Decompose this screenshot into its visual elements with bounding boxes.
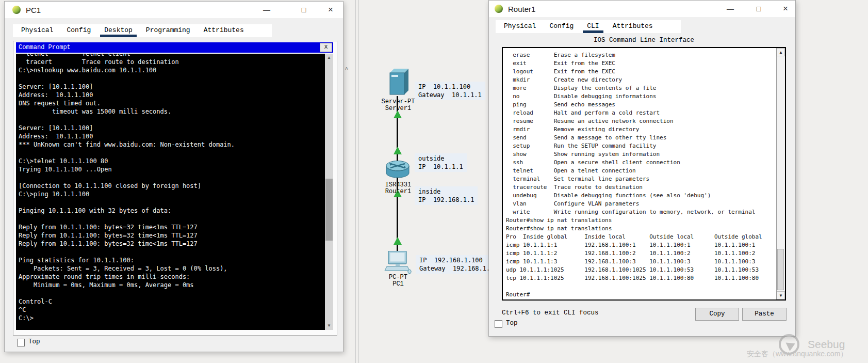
- pc-model-label: PC-PT: [370, 274, 427, 281]
- scrollbar-thumb[interactable]: [325, 179, 333, 241]
- server-device-icon[interactable]: [387, 68, 410, 100]
- pc1-terminal-text: telnet Telnet client tracert Trace route…: [16, 54, 325, 322]
- watermark-brand: Seebug: [808, 338, 845, 351]
- tab-physical[interactable]: Physical: [18, 24, 56, 37]
- tab-physical[interactable]: Physical: [501, 20, 539, 33]
- server-name-label: Server1: [370, 105, 427, 112]
- watermark-site: 安全客（www.anquanke.com）: [747, 350, 847, 359]
- minimize-icon[interactable]: —: [260, 4, 273, 15]
- router1-top-checkbox[interactable]: [495, 320, 502, 328]
- pc-device-icon[interactable]: [384, 251, 412, 276]
- router1-tab-bar: Physical Config CLI Attributes: [496, 20, 681, 33]
- minimize-icon[interactable]: —: [724, 3, 737, 14]
- paste-button[interactable]: Paste: [742, 308, 787, 321]
- canvas-divider: [358, 0, 359, 363]
- pc1-window-title: PC1: [26, 6, 41, 14]
- link-status-up-arrow-icon: [394, 237, 402, 245]
- tab-attributes[interactable]: Attributes: [201, 24, 247, 37]
- scroll-down-icon[interactable]: ▼: [325, 322, 333, 330]
- pc1-top-checkbox-label: Top: [28, 338, 40, 345]
- packet-tracer-icon: [12, 6, 21, 14]
- pc-name-label: PC1: [370, 280, 427, 288]
- router-device-icon[interactable]: [385, 159, 410, 182]
- ios-cli-heading: IOS Command Line Interface: [502, 37, 786, 44]
- close-icon[interactable]: ×: [324, 4, 337, 15]
- router1-cli-text: erase Erase a filesystem exit Exit from …: [503, 51, 777, 299]
- tab-config[interactable]: Config: [63, 24, 94, 37]
- canvas-divider: [355, 0, 356, 363]
- tab-config[interactable]: Config: [546, 20, 577, 33]
- router1-window-title: Router1: [508, 5, 535, 13]
- watermark: Seebug 安全客（www.anquanke.com）: [747, 333, 868, 363]
- copy-button[interactable]: Copy: [695, 308, 739, 321]
- pc1-titlebar[interactable]: PC1 — □ ×: [5, 2, 343, 18]
- scroll-up-icon[interactable]: ▲: [325, 54, 333, 62]
- maximize-icon[interactable]: □: [752, 3, 765, 14]
- command-prompt-title: Command Prompt: [16, 44, 320, 51]
- pc1-tab-bar: Physical Config Desktop Programming Attr…: [13, 24, 272, 37]
- pc1-terminal-scrollbar[interactable]: ▲ ▼: [325, 54, 333, 330]
- router-outside-annotation[interactable]: outside IP 10.1.1.1: [415, 153, 467, 172]
- router1-top-checkbox-label: Top: [506, 320, 518, 327]
- canvas-scroll-up-icon[interactable]: ^: [345, 66, 349, 74]
- scroll-up-icon[interactable]: ▲: [777, 48, 785, 56]
- tab-attributes[interactable]: Attributes: [610, 20, 656, 33]
- command-prompt-header: Command Prompt X: [16, 42, 333, 53]
- pc-annotation[interactable]: IP 192.168.1.100 Gateway 192.168.1.1: [416, 255, 498, 274]
- tab-programming[interactable]: Programming: [143, 24, 193, 37]
- command-prompt-close-button[interactable]: X: [320, 43, 332, 52]
- router-inside-annotation[interactable]: inside IP 192.168.1.1: [415, 186, 478, 205]
- server-annotation[interactable]: IP 10.1.1.100 Gateway 10.1.1.1: [415, 82, 485, 100]
- maximize-icon[interactable]: □: [297, 4, 310, 15]
- pc1-top-checkbox[interactable]: [17, 339, 25, 346]
- scrollbar-thumb[interactable]: [777, 249, 784, 290]
- scroll-down-icon[interactable]: ▼: [777, 291, 785, 299]
- router1-cli-scrollbar[interactable]: ▲ ▼: [776, 48, 785, 299]
- router1-cli-terminal[interactable]: erase Erase a filesystem exit Exit from …: [502, 47, 786, 301]
- router1-window: Router1 — □ × Physical Config CLI Attrib…: [488, 0, 796, 337]
- cli-focus-hint: Ctrl+F6 to exit CLI focus: [502, 309, 599, 317]
- pc1-terminal[interactable]: telnet Telnet client tracert Trace route…: [16, 54, 333, 330]
- command-prompt-panel: Command Prompt X telnet Telnet client tr…: [13, 41, 337, 336]
- tab-desktop[interactable]: Desktop: [101, 24, 136, 37]
- pc1-window: PC1 — □ × Physical Config Desktop Progra…: [4, 1, 343, 352]
- link-status-up-arrow-icon: [394, 147, 402, 154]
- tab-cli[interactable]: CLI: [584, 20, 602, 33]
- close-icon[interactable]: ×: [779, 3, 792, 14]
- router1-titlebar[interactable]: Router1 — □ ×: [489, 1, 795, 17]
- packet-tracer-icon: [495, 5, 503, 13]
